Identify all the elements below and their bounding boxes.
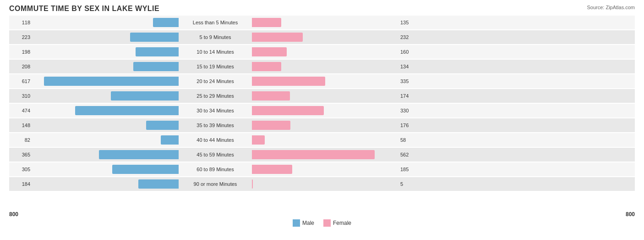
female-value: 5	[398, 181, 421, 187]
male-bar-container	[32, 47, 179, 56]
male-value: 184	[9, 181, 32, 187]
table-row: 305 60 to 89 Minutes 185	[9, 162, 635, 176]
male-bar	[111, 91, 179, 100]
male-bar	[75, 106, 179, 115]
male-value: 305	[9, 167, 32, 172]
male-value: 617	[9, 78, 32, 84]
male-value: 365	[9, 152, 32, 157]
table-row: 198 10 to 14 Minutes 160	[9, 45, 635, 59]
table-row: 617 20 to 24 Minutes 335	[9, 74, 635, 88]
male-bar-container	[32, 77, 179, 86]
male-bar	[161, 135, 179, 145]
table-row: 118 Less than 5 Minutes 135	[9, 16, 635, 29]
female-value: 58	[398, 137, 421, 143]
female-bar-container	[252, 121, 398, 130]
male-bar-container	[32, 62, 179, 71]
female-bar-container	[252, 47, 398, 56]
female-bar	[252, 91, 290, 100]
male-bar	[153, 18, 179, 27]
female-bar	[252, 18, 281, 27]
axis-labels: 800 800	[9, 211, 635, 218]
source-label: Source: ZipAtlas.com	[587, 5, 635, 10]
female-value: 562	[398, 152, 421, 157]
female-bar-container	[252, 77, 398, 86]
legend-female-box	[323, 219, 331, 227]
female-value: 174	[398, 93, 421, 99]
female-bar-container	[252, 179, 398, 189]
legend: Male Female	[9, 219, 635, 227]
row-label: 90 or more Minutes	[179, 181, 252, 187]
female-bar-container	[252, 91, 398, 100]
female-bar	[252, 33, 303, 42]
male-bar-container	[32, 33, 179, 42]
table-row: 365 45 to 59 Minutes 562	[9, 148, 635, 162]
male-bar-container	[32, 150, 179, 159]
male-bar	[112, 165, 179, 174]
table-row: 310 25 to 29 Minutes 174	[9, 89, 635, 103]
male-value: 198	[9, 49, 32, 55]
male-bar	[130, 33, 179, 42]
male-bar-container	[32, 135, 179, 145]
female-bar	[252, 62, 281, 71]
table-row: 184 90 or more Minutes 5	[9, 177, 635, 191]
row-label: 15 to 19 Minutes	[179, 64, 252, 69]
table-row: 474 30 to 34 Minutes 330	[9, 104, 635, 117]
male-value: 208	[9, 64, 32, 69]
female-bar	[252, 165, 292, 174]
female-bar-container	[252, 150, 398, 159]
row-label: 40 to 44 Minutes	[179, 137, 252, 143]
female-bar	[252, 179, 253, 189]
row-label: 25 to 29 Minutes	[179, 93, 252, 99]
male-bar	[133, 62, 179, 71]
female-value: 330	[398, 108, 421, 113]
axis-right: 800	[626, 211, 635, 218]
female-bar-container	[252, 106, 398, 115]
female-value: 335	[398, 78, 421, 84]
male-value: 118	[9, 20, 32, 25]
female-bar-container	[252, 135, 398, 145]
row-label: 35 to 39 Minutes	[179, 123, 252, 128]
female-value: 232	[398, 34, 421, 40]
female-value: 134	[398, 64, 421, 69]
chart-container: COMMUTE TIME BY SEX IN LAKE WYLIE Source…	[0, 0, 644, 240]
female-bar-container	[252, 62, 398, 71]
row-label: 20 to 24 Minutes	[179, 78, 252, 84]
male-value: 223	[9, 34, 32, 40]
female-bar-container	[252, 33, 398, 42]
legend-female: Female	[323, 219, 351, 227]
female-bar	[252, 77, 325, 86]
legend-male: Male	[293, 219, 314, 227]
male-bar	[138, 179, 179, 189]
female-bar-container	[252, 165, 398, 174]
row-label: 60 to 89 Minutes	[179, 167, 252, 172]
male-value: 474	[9, 108, 32, 113]
female-bar	[252, 47, 287, 56]
table-row: 223 5 to 9 Minutes 232	[9, 30, 635, 44]
female-bar	[252, 121, 290, 130]
male-value: 310	[9, 93, 32, 99]
female-bar	[252, 135, 265, 145]
axis-left: 800	[9, 211, 18, 218]
row-label: 5 to 9 Minutes	[179, 34, 252, 40]
legend-female-label: Female	[333, 220, 351, 226]
table-row: 208 15 to 19 Minutes 134	[9, 60, 635, 73]
chart-title: COMMUTE TIME BY SEX IN LAKE WYLIE	[9, 5, 635, 13]
bars-area: 118 Less than 5 Minutes 135 223 5 to 9 M…	[9, 16, 635, 208]
male-bar-container	[32, 179, 179, 189]
table-row: 82 40 to 44 Minutes 58	[9, 133, 635, 147]
legend-male-box	[293, 219, 300, 227]
female-value: 185	[398, 167, 421, 172]
female-value: 135	[398, 20, 421, 25]
female-value: 176	[398, 123, 421, 128]
row-label: Less than 5 Minutes	[179, 20, 252, 25]
male-value: 82	[9, 137, 32, 143]
male-bar	[136, 47, 179, 56]
male-bar-container	[32, 18, 179, 27]
male-bar-container	[32, 106, 179, 115]
male-bar-container	[32, 121, 179, 130]
female-bar-container	[252, 18, 398, 27]
row-label: 45 to 59 Minutes	[179, 152, 252, 157]
male-bar-container	[32, 91, 179, 100]
male-bar-container	[32, 165, 179, 174]
male-bar	[99, 150, 179, 159]
